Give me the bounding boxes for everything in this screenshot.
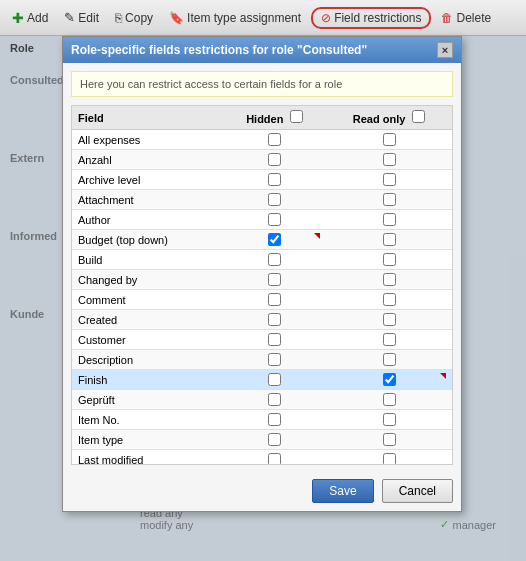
hidden-cell[interactable] xyxy=(223,410,326,430)
read-only-cell[interactable] xyxy=(326,210,452,230)
table-header-row: Field Hidden Read only xyxy=(72,106,452,130)
read-only-checkbox[interactable] xyxy=(383,253,396,266)
hidden-select-all-checkbox[interactable] xyxy=(290,110,303,123)
table-row: Changed by xyxy=(72,270,452,290)
fields-table-container[interactable]: Field Hidden Read only All expensesAnzah… xyxy=(71,105,453,465)
hidden-cell[interactable] xyxy=(223,210,326,230)
add-button[interactable]: ✚ Add xyxy=(6,7,54,29)
hidden-cell[interactable] xyxy=(223,250,326,270)
field-name-cell: Anzahl xyxy=(72,150,223,170)
hidden-cell[interactable] xyxy=(223,230,326,250)
read-only-cell[interactable] xyxy=(326,450,452,466)
read-only-checkbox[interactable] xyxy=(383,173,396,186)
read-only-checkbox[interactable] xyxy=(383,433,396,446)
hidden-checkbox[interactable] xyxy=(268,213,281,226)
hidden-cell[interactable] xyxy=(223,270,326,290)
read-only-checkbox[interactable] xyxy=(383,233,396,246)
field-name-cell: Build xyxy=(72,250,223,270)
modal-close-button[interactable]: × xyxy=(437,42,453,58)
table-row: Archive level xyxy=(72,170,452,190)
hidden-checkbox[interactable] xyxy=(268,333,281,346)
hidden-cell[interactable] xyxy=(223,430,326,450)
read-only-checkbox[interactable] xyxy=(383,293,396,306)
toolbar: ✚ Add ✎ Edit ⎘ Copy 🔖 Item type assignme… xyxy=(0,0,526,36)
hidden-cell[interactable] xyxy=(223,130,326,150)
read-only-checkbox[interactable] xyxy=(383,133,396,146)
read-only-cell[interactable] xyxy=(326,190,452,210)
read-only-cell[interactable] xyxy=(326,350,452,370)
read-only-cell[interactable] xyxy=(326,130,452,150)
read-only-checkbox[interactable] xyxy=(383,353,396,366)
read-only-checkbox[interactable] xyxy=(383,373,396,386)
hidden-cell[interactable] xyxy=(223,290,326,310)
table-row: Created xyxy=(72,310,452,330)
hidden-cell[interactable] xyxy=(223,370,326,390)
hidden-checkbox[interactable] xyxy=(268,293,281,306)
hidden-checkbox[interactable] xyxy=(268,193,281,206)
edit-button[interactable]: ✎ Edit xyxy=(58,7,105,28)
read-only-checkbox[interactable] xyxy=(383,273,396,286)
read-only-cell[interactable] xyxy=(326,410,452,430)
hidden-checkbox[interactable] xyxy=(268,373,281,386)
hidden-checkbox[interactable] xyxy=(268,133,281,146)
hidden-cell[interactable] xyxy=(223,150,326,170)
hidden-cell[interactable] xyxy=(223,350,326,370)
read-only-cell[interactable] xyxy=(326,390,452,410)
modal-title: Role-specific fields restrictions for ro… xyxy=(71,43,367,57)
field-name-cell: Archive level xyxy=(72,170,223,190)
hidden-checkbox[interactable] xyxy=(268,413,281,426)
read-only-cell[interactable] xyxy=(326,310,452,330)
modal-footer: Save Cancel xyxy=(63,473,461,511)
hidden-checkbox[interactable] xyxy=(268,153,281,166)
delete-button[interactable]: 🗑 Delete xyxy=(435,8,497,28)
save-button[interactable]: Save xyxy=(312,479,373,503)
hidden-checkbox[interactable] xyxy=(268,353,281,366)
hidden-cell[interactable] xyxy=(223,330,326,350)
item-type-button[interactable]: 🔖 Item type assignment xyxy=(163,8,307,28)
table-row: Budget (top down) xyxy=(72,230,452,250)
hidden-checkbox[interactable] xyxy=(268,273,281,286)
modal-titlebar: Role-specific fields restrictions for ro… xyxy=(63,37,461,63)
read-only-cell[interactable] xyxy=(326,230,452,250)
read-only-checkbox[interactable] xyxy=(383,453,396,465)
hidden-cell[interactable] xyxy=(223,170,326,190)
hidden-checkbox[interactable] xyxy=(268,433,281,446)
hidden-checkbox[interactable] xyxy=(268,393,281,406)
field-restrictions-button[interactable]: ⊘ Field restrictions xyxy=(311,7,431,29)
cancel-button[interactable]: Cancel xyxy=(382,479,453,503)
read-only-cell[interactable] xyxy=(326,430,452,450)
hidden-checkbox[interactable] xyxy=(268,453,281,465)
hidden-checkbox[interactable] xyxy=(268,173,281,186)
read-only-cell[interactable] xyxy=(326,290,452,310)
delete-icon: 🗑 xyxy=(441,11,453,25)
read-only-checkbox[interactable] xyxy=(383,413,396,426)
fields-table: Field Hidden Read only All expensesAnzah… xyxy=(72,106,452,465)
edit-icon: ✎ xyxy=(64,10,75,25)
read-only-cell[interactable] xyxy=(326,270,452,290)
copy-button[interactable]: ⎘ Copy xyxy=(109,8,159,28)
hidden-checkbox[interactable] xyxy=(268,313,281,326)
read-only-checkbox[interactable] xyxy=(383,333,396,346)
hidden-cell[interactable] xyxy=(223,450,326,466)
read-only-checkbox[interactable] xyxy=(383,193,396,206)
read-only-checkbox[interactable] xyxy=(383,153,396,166)
read-only-column-header: Read only xyxy=(326,106,452,130)
read-only-cell[interactable] xyxy=(326,250,452,270)
hidden-cell[interactable] xyxy=(223,390,326,410)
field-name-cell: Last modified xyxy=(72,450,223,466)
read-only-select-all-checkbox[interactable] xyxy=(412,110,425,123)
hidden-cell[interactable] xyxy=(223,310,326,330)
read-only-cell[interactable] xyxy=(326,150,452,170)
read-only-cell[interactable] xyxy=(326,370,452,390)
hidden-checkbox[interactable] xyxy=(268,253,281,266)
read-only-checkbox[interactable] xyxy=(383,313,396,326)
hidden-cell[interactable] xyxy=(223,190,326,210)
read-only-cell[interactable] xyxy=(326,330,452,350)
hidden-checkbox[interactable] xyxy=(268,233,281,246)
table-row: Item No. xyxy=(72,410,452,430)
read-only-cell[interactable] xyxy=(326,170,452,190)
field-name-cell: Comment xyxy=(72,290,223,310)
read-only-checkbox[interactable] xyxy=(383,393,396,406)
read-only-checkbox[interactable] xyxy=(383,213,396,226)
table-row: Item type xyxy=(72,430,452,450)
